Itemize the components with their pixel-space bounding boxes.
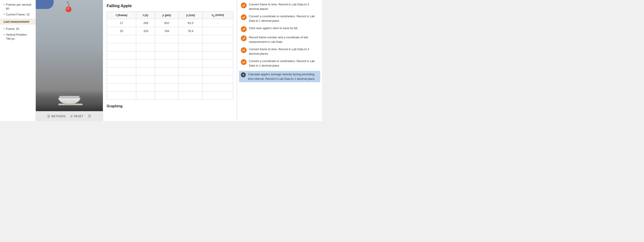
table-cell[interactable] (155, 91, 179, 99)
table-cell[interactable] (155, 51, 179, 59)
table-cell[interactable] (107, 35, 136, 43)
table-cell[interactable] (155, 43, 179, 51)
table-cell[interactable] (179, 43, 202, 51)
video-area[interactable]: + (36, 0, 103, 111)
instruction-text: Convert y-coordinate to centimeters. Rec… (249, 59, 318, 68)
table-cell[interactable] (202, 43, 233, 51)
table-cell[interactable] (202, 75, 233, 83)
check-icon (241, 35, 247, 41)
table-cell[interactable] (202, 27, 233, 35)
col-header-ycm: y (cm) (179, 12, 202, 19)
crosshair-icon: + (67, 1, 70, 4)
table-cell[interactable] (107, 67, 136, 75)
methods-button[interactable]: ☰ METHODS (47, 114, 66, 118)
table-cell[interactable] (136, 75, 155, 83)
check-icon (241, 47, 247, 53)
instruction-text: Record frame number and y-coordinate of … (249, 35, 318, 44)
table-cell[interactable] (155, 59, 179, 67)
table-cell[interactable] (202, 67, 233, 75)
table-cell[interactable]: .333 (136, 27, 155, 35)
table-cell[interactable] (136, 35, 155, 43)
graphing-section-title: Graphing (107, 104, 233, 108)
table-cell[interactable] (107, 83, 136, 91)
table-cell[interactable] (179, 59, 202, 67)
table-cell[interactable] (202, 51, 233, 59)
vertical-position-stat: • Vertical Position: 784 px (4, 33, 32, 41)
table-row[interactable] (107, 59, 233, 67)
table-cell[interactable] (179, 75, 202, 83)
table-row[interactable] (107, 51, 233, 59)
check-icon (241, 26, 247, 32)
table-cell[interactable] (155, 75, 179, 83)
table-cell[interactable] (136, 43, 155, 51)
table-cell[interactable] (179, 35, 202, 43)
falling-apple-table: t (frame) t (s) y (pix) y (cm) vy (cm/s)… (107, 12, 233, 100)
table-cell[interactable] (107, 43, 136, 51)
table-cell[interactable] (155, 83, 179, 91)
col-header-vy: vy (cm/s) (202, 12, 233, 19)
apple-body (66, 6, 71, 12)
table-cell[interactable] (179, 83, 202, 91)
table-row[interactable] (107, 83, 233, 91)
table-cell[interactable] (202, 91, 233, 99)
table-cell[interactable] (136, 91, 155, 99)
apple-object[interactable] (66, 4, 72, 11)
table-cell[interactable] (136, 51, 155, 59)
instruction-item: Convert y-coordinate to centimeters. Rec… (241, 59, 318, 68)
fps-stat: • Frames per second: 60 (4, 3, 32, 11)
instruction-item: Record frame number and y-coordinate of … (241, 35, 318, 44)
table-row[interactable] (107, 75, 233, 83)
instruction-text: Calculate apple's average velocity durin… (248, 72, 318, 81)
bowl-area (36, 91, 103, 111)
table-cell[interactable] (136, 83, 155, 91)
table-cell[interactable] (179, 91, 202, 99)
table-cell[interactable]: - (202, 19, 233, 27)
table-cell[interactable] (155, 67, 179, 75)
current-frame-stat: • Current Frame: 22 (4, 13, 32, 17)
table-cell[interactable]: 78.4 (179, 27, 202, 35)
check-icon (241, 3, 247, 8)
table-cell[interactable]: 810 (155, 19, 179, 27)
table-cell[interactable] (136, 67, 155, 75)
table-cell[interactable] (107, 51, 136, 59)
check-icon (241, 59, 247, 65)
reset-button[interactable]: ↺ RESET (70, 114, 84, 118)
table-cell[interactable] (136, 59, 155, 67)
table-cell[interactable] (107, 75, 136, 83)
table-row[interactable] (107, 43, 233, 51)
table-cell[interactable]: 17 (107, 19, 136, 27)
table-cell[interactable] (179, 51, 202, 59)
table-cell[interactable]: 784 (155, 27, 179, 35)
left-panel: • Frames per second: 60 • Current Frame:… (0, 0, 36, 121)
table-cell[interactable] (107, 59, 136, 67)
table-cell[interactable]: 81.0 (179, 19, 202, 27)
table-cell[interactable] (202, 59, 233, 67)
col-header-time: t (s) (136, 12, 155, 19)
instruction-item: Click near apple's stem to track its fal… (241, 26, 318, 32)
table-cell[interactable]: 20 (107, 27, 136, 35)
table-cell[interactable] (155, 35, 179, 43)
notes-button[interactable]: 🗒 (88, 114, 92, 118)
table-cell[interactable] (179, 67, 202, 75)
table-row[interactable]: 20.33378478.4 (107, 27, 233, 35)
col-header-frame: t (frame) (107, 12, 136, 19)
table-row[interactable]: 17.28381081.0- (107, 19, 233, 27)
table-header-row: t (frame) t (s) y (pix) y (cm) vy (cm/s) (107, 12, 233, 19)
last-measurement-heading: Last measurement (0, 19, 36, 25)
instruction-number: 9 (241, 72, 246, 77)
table-cell[interactable] (202, 35, 233, 43)
table-cell[interactable]: .283 (136, 19, 155, 27)
table-cell[interactable] (107, 91, 136, 99)
instruction-text: Convert frame to time. Record in Lab Dat… (249, 47, 318, 56)
video-toolbar: ☰ METHODS ↺ RESET 🗒 (36, 111, 103, 121)
table-row[interactable] (107, 67, 233, 75)
table-cell[interactable] (202, 83, 233, 91)
instructions-panel: Convert frame to time. Record in Lab Dat… (237, 0, 322, 121)
table-row[interactable] (107, 91, 233, 99)
data-panel: Falling Apple t (frame) t (s) y (pix) y … (103, 0, 237, 121)
instruction-item: Convert frame to time. Record in Lab Dat… (241, 47, 318, 56)
video-panel: + ☰ METHODS ↺ RESET 🗒 (36, 0, 103, 121)
table-row[interactable] (107, 35, 233, 43)
reset-icon: ↺ (70, 114, 73, 118)
data-panel-title: Falling Apple (107, 4, 233, 8)
